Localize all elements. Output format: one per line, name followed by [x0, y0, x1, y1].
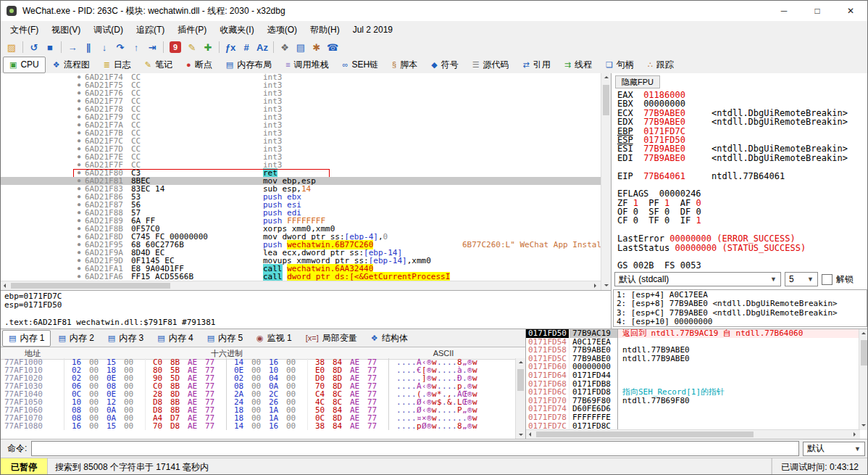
calling-convention-select[interactable]: 默认 (stdcall) ▼: [614, 272, 781, 286]
tab-memory-map[interactable]: ▤内存布局: [220, 57, 278, 73]
open-file-icon[interactable]: ▨: [4, 40, 20, 54]
tab-dump-4[interactable]: ▤内存 4: [151, 330, 199, 347]
scrollbar-thumb[interactable]: [603, 85, 609, 115]
restart-icon[interactable]: ↺: [26, 40, 42, 54]
scroll-left-icon[interactable]: [1, 281, 9, 290]
command-profile-select[interactable]: 默认 ▼: [803, 442, 865, 456]
stack-row[interactable]: 0171FD640171FD44: [526, 371, 859, 380]
scroll-up-icon[interactable]: [859, 329, 868, 338]
stack-vertical-scrollbar[interactable]: [859, 329, 868, 430]
scrollbar-thumb[interactable]: [517, 369, 524, 391]
breakpoint-dot[interactable]: ●: [73, 81, 85, 89]
step-into-icon[interactable]: ↓: [96, 40, 112, 54]
breakpoint-dot[interactable]: ●: [73, 241, 85, 249]
breakpoint-dot[interactable]: ●: [73, 153, 85, 161]
breakpoint-dot[interactable]: ●: [73, 121, 85, 129]
breakpoint-dot[interactable]: ●: [73, 185, 85, 193]
stop-icon[interactable]: ■: [42, 40, 58, 54]
scroll-up-icon[interactable]: [517, 358, 525, 367]
disasm-row[interactable]: ●6AD21FA6FF15 ACD5566Bcall dword ptr ds:…: [1, 273, 601, 281]
title-bar[interactable]: WeChat.exe - PID: 263C - 模块: wechatwin.d…: [1, 1, 867, 21]
breakpoint-dot[interactable]: ●: [73, 177, 85, 185]
menu-item[interactable]: 文件(F): [4, 22, 45, 37]
fx-icon[interactable]: ƒx: [222, 40, 238, 54]
hash-icon[interactable]: #: [238, 40, 254, 54]
tab-notes[interactable]: ✎笔记: [138, 57, 179, 73]
breakpoint-dot[interactable]: ●: [73, 273, 85, 281]
tab-locals[interactable]: [x=]局部变量: [299, 330, 364, 347]
hide-fpu-button[interactable]: 隐藏FPU: [615, 75, 660, 88]
tab-struct[interactable]: ❖结构体: [364, 330, 414, 347]
tab-watch-1[interactable]: ◉监视 1: [250, 330, 299, 347]
dump-row[interactable]: 77AF10801600150070D8AE77140016003884AE77…: [1, 422, 515, 430]
pause-icon[interactable]: ∥: [80, 40, 96, 54]
tab-dump-1[interactable]: ▤内存 1: [2, 330, 51, 347]
tab-symbols[interactable]: ◆符号: [425, 57, 464, 73]
stack-horizontal-scrollbar[interactable]: [526, 429, 860, 439]
breakpoint-dot[interactable]: ●: [73, 249, 85, 257]
menu-item[interactable]: 视图(V): [45, 22, 87, 37]
step-out-icon[interactable]: ↑: [128, 40, 144, 54]
step-over-icon[interactable]: ↷: [112, 40, 128, 54]
menu-item[interactable]: Jul 2 2019: [346, 22, 399, 37]
notes-icon[interactable]: ✎: [184, 40, 200, 54]
tab-log[interactable]: ≣日志: [97, 57, 138, 73]
breakpoint-dot[interactable]: ●: [73, 201, 85, 209]
breakpoint-dot[interactable]: ●: [73, 209, 85, 217]
scroll-right-icon[interactable]: [851, 430, 860, 439]
menu-item[interactable]: 帮助(H): [304, 22, 346, 37]
scroll-up-icon[interactable]: [602, 73, 611, 82]
scroll-down-icon[interactable]: [602, 281, 611, 290]
tab-call-stack[interactable]: ≡调用堆栈: [279, 57, 335, 73]
stack-row[interactable]: 0171FD5077B9AC19返回到 ntdll.77B9AC19 自 ntd…: [526, 329, 859, 338]
tab-breakpoints[interactable]: ●断点: [180, 57, 219, 73]
scroll-right-icon[interactable]: [592, 281, 601, 290]
nine-icon[interactable]: 9: [170, 41, 181, 53]
tab-graph[interactable]: ❖流程图: [46, 57, 96, 73]
memory-map-icon[interactable]: ▤: [293, 40, 309, 54]
tab-cpu[interactable]: ▣CPU: [3, 57, 46, 73]
scrollbar-thumb[interactable]: [11, 283, 170, 289]
minimize-button[interactable]: ─: [767, 1, 801, 21]
breakpoint-dot[interactable]: ●: [73, 73, 85, 81]
stack-row[interactable]: 0171FD78FFFFFFFE: [526, 413, 859, 422]
command-input[interactable]: [31, 441, 799, 456]
scrollbar-thumb[interactable]: [861, 340, 867, 365]
menu-item[interactable]: 插件(P): [171, 22, 213, 37]
patch-icon[interactable]: ✚: [200, 40, 216, 54]
breakpoint-dot[interactable]: ●: [73, 137, 85, 145]
breakpoint-dot[interactable]: ●: [73, 145, 85, 153]
tab-dump-2[interactable]: ▤内存 2: [51, 330, 100, 347]
maximize-button[interactable]: □: [801, 1, 834, 21]
run-to-cursor-icon[interactable]: ⇥: [144, 40, 160, 54]
arg-count-select[interactable]: 5 ▼: [785, 272, 818, 286]
tab-trace[interactable]: ∴跟踪: [641, 57, 680, 73]
breakpoint-dot[interactable]: ●: [73, 97, 85, 105]
stack-row[interactable]: 0171FD6C0171FDD8指向SEH_Record[1]的指针: [526, 388, 859, 397]
breakpoint-dot[interactable]: ●: [73, 193, 85, 201]
breakpoint-dot[interactable]: ●: [73, 161, 85, 169]
graph-icon[interactable]: ❖: [277, 40, 293, 54]
unlock-checkbox[interactable]: [822, 274, 832, 285]
tab-dump-3[interactable]: ▤内存 3: [101, 330, 150, 347]
breakpoint-dot[interactable]: ●: [73, 265, 85, 273]
breakpoint-dot[interactable]: ●: [73, 129, 85, 137]
settings-icon[interactable]: ✱: [309, 40, 325, 54]
close-button[interactable]: ✕: [834, 1, 867, 21]
tab-handles[interactable]: ❏句柄: [599, 57, 640, 73]
breakpoint-dot[interactable]: ●: [73, 225, 85, 233]
tab-source[interactable]: ☰源代码: [466, 57, 516, 73]
menu-item[interactable]: 收藏夹(I): [213, 22, 260, 37]
scroll-left-icon[interactable]: [526, 430, 535, 439]
breakpoint-dot[interactable]: ●: [73, 89, 85, 97]
tab-dump-5[interactable]: ▤内存 5: [201, 330, 249, 347]
run-icon[interactable]: →: [64, 40, 80, 54]
scrollbar-thumb[interactable]: [536, 431, 754, 437]
breakpoint-dot[interactable]: ●: [73, 257, 85, 265]
dump-vertical-scrollbar[interactable]: [515, 358, 525, 439]
tab-threads[interactable]: ⇉线程: [558, 57, 598, 73]
breakpoint-dot[interactable]: ●: [73, 217, 85, 225]
menu-item[interactable]: 选项(O): [261, 22, 304, 37]
disasm-horizontal-scrollbar[interactable]: [1, 281, 601, 290]
tab-seh[interactable]: ∞SEH链: [336, 57, 385, 73]
